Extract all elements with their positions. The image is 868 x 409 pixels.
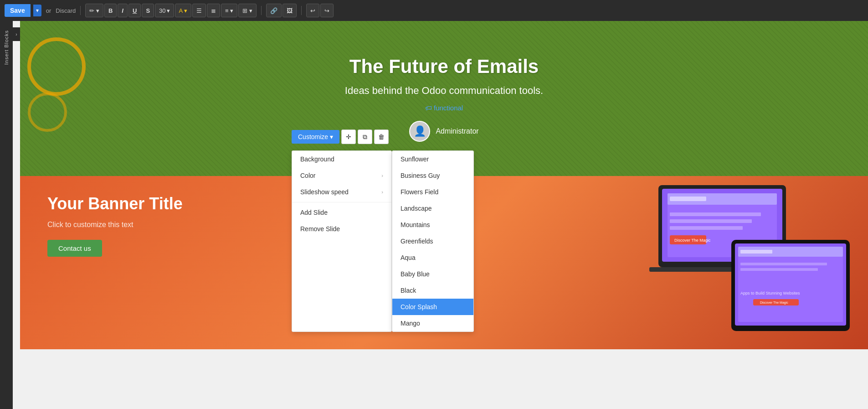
font-color-button[interactable]: A ▾	[175, 4, 192, 17]
hero-subtitle[interactable]: Ideas behind the Odoo communication tool…	[345, 85, 543, 97]
redo-button[interactable]: ↪	[320, 4, 334, 17]
italic-button[interactable]: I	[118, 4, 128, 17]
save-dropdown-button[interactable]: ▾	[33, 5, 41, 16]
formatting-group: ✏ ▾ B I U S 30 ▾ A ▾ ☰ ≣ ≡ ▾ ⊞ ▾	[85, 4, 257, 17]
toolbar-divider-3	[301, 6, 302, 15]
banner-title[interactable]: Your Banner Title	[47, 194, 183, 213]
menus-wrapper: Customize ▾ ✛ ⧉ 🗑 Background Color › Sli…	[292, 150, 474, 332]
color-option-black[interactable]: Black	[392, 282, 473, 299]
font-size-button[interactable]: 30 ▾	[155, 4, 174, 17]
discard-button[interactable]: Discard	[56, 7, 76, 14]
link-button[interactable]: 🔗	[266, 4, 282, 17]
align-button[interactable]: ≡ ▾	[221, 4, 237, 17]
chevron-right-icon: ›	[381, 173, 383, 178]
svg-text:Apps to Build Stunning Website: Apps to Build Stunning Websites	[740, 291, 800, 295]
color-option-mountains[interactable]: Mountains	[392, 217, 473, 233]
device-mockup-area: Discover The Magic Apps to Build Stunnin…	[640, 176, 868, 349]
color-option-color-splash[interactable]: Color Splash	[392, 299, 473, 315]
color-submenu: Sunflower Business Guy Flowers Field Lan…	[392, 150, 474, 332]
svg-text:Discover The Magic: Discover The Magic	[760, 301, 788, 305]
menu-item-add-slide-label: Add Slide	[300, 209, 328, 216]
menu-item-background-label: Background	[300, 155, 334, 163]
strikethrough-button[interactable]: S	[142, 4, 154, 17]
svg-text:Discover The Magic: Discover The Magic	[674, 238, 711, 243]
menu-item-add-slide[interactable]: Add Slide	[292, 202, 391, 221]
insert-group: 🔗 🖼	[266, 4, 297, 17]
color-option-flowers-field[interactable]: Flowers Field	[392, 184, 473, 200]
underline-button[interactable]: U	[128, 4, 141, 17]
contact-button[interactable]: Contact us	[47, 240, 102, 257]
insert-blocks-sidebar[interactable]: Insert Blocks	[0, 21, 13, 409]
menu-item-background[interactable]: Background	[292, 151, 391, 167]
hero-tag[interactable]: 🏷 functional	[425, 104, 463, 112]
hero-author: 👤 Administrator	[409, 121, 478, 142]
svg-rect-5	[670, 212, 761, 216]
menu-item-color[interactable]: Color ›	[292, 167, 391, 184]
unordered-list-button[interactable]: ☰	[192, 4, 206, 17]
sidebar-label: Insert Blocks	[4, 30, 9, 65]
svg-rect-6	[670, 219, 752, 223]
svg-rect-16	[740, 263, 827, 265]
image-button[interactable]: 🖼	[282, 4, 297, 17]
svg-rect-17	[740, 268, 818, 271]
sidebar-collapse-button[interactable]: ›	[13, 27, 20, 41]
move-button[interactable]: ✛	[341, 129, 356, 144]
color-option-aqua[interactable]: Aqua	[392, 249, 473, 266]
color-option-baby-blue[interactable]: Baby Blue	[392, 266, 473, 282]
svg-rect-7	[670, 226, 743, 230]
menu-item-remove-slide-label: Remove Slide	[300, 225, 340, 233]
table-button[interactable]: ⊞ ▾	[238, 4, 257, 17]
toolbar-divider-1	[80, 6, 81, 15]
ordered-list-button[interactable]: ≣	[207, 4, 220, 17]
color-option-mango[interactable]: Mango	[392, 315, 473, 331]
menu-item-slideshow-speed-label: Slideshow speed	[300, 188, 349, 196]
avatar: 👤	[409, 121, 430, 142]
bold-button[interactable]: B	[104, 4, 117, 17]
color-option-landscape[interactable]: Landscape	[392, 200, 473, 217]
device-mockup-svg: Discover The Magic Apps to Build Stunnin…	[640, 176, 868, 349]
delete-button[interactable]: 🗑	[374, 129, 389, 144]
author-name: Administrator	[436, 127, 478, 135]
format-button[interactable]: ✏ ▾	[85, 4, 103, 17]
banner-text[interactable]: Click to customize this text	[47, 221, 183, 229]
tag-icon: 🏷	[425, 104, 432, 112]
svg-rect-15	[740, 250, 772, 254]
menu-item-color-label: Color	[300, 172, 315, 179]
undo-button[interactable]: ↩	[306, 4, 319, 17]
copy-button[interactable]: ⧉	[358, 129, 372, 144]
customize-button[interactable]: Customize ▾	[292, 130, 339, 144]
chevron-right-icon-2: ›	[381, 189, 383, 195]
svg-rect-13	[738, 247, 843, 322]
save-button[interactable]: Save	[5, 4, 31, 17]
color-option-greenfields[interactable]: Greenfields	[392, 233, 473, 249]
menu-item-remove-slide[interactable]: Remove Slide	[292, 221, 391, 237]
color-option-business-guy[interactable]: Business Guy	[392, 167, 473, 184]
main-dropdown-menu: Background Color › Slideshow speed › Add…	[292, 150, 392, 332]
history-group: ↩ ↪	[306, 4, 334, 17]
banner-content: Your Banner Title Click to customize thi…	[47, 194, 183, 257]
color-option-sunflower[interactable]: Sunflower	[392, 151, 473, 167]
toolbar-divider-2	[261, 6, 262, 15]
block-controls: Customize ▾ ✛ ⧉ 🗑	[292, 129, 389, 144]
svg-rect-4	[670, 197, 706, 201]
toolbar-or-label: or	[46, 7, 51, 14]
main-toolbar: Save ▾ or Discard ✏ ▾ B I U S 30 ▾ A ▾ ☰…	[0, 0, 868, 21]
hero-title[interactable]: The Future of Emails	[349, 56, 539, 78]
menu-item-slideshow-speed[interactable]: Slideshow speed ›	[292, 184, 391, 200]
